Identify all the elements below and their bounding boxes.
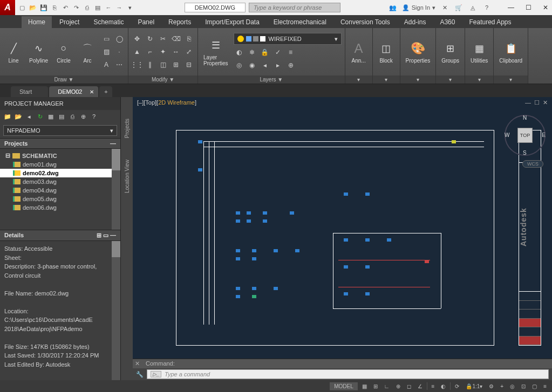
help-search-input[interactable] <box>249 3 340 12</box>
tree-file-demo06[interactable]: demo06.dwg <box>0 203 120 212</box>
modify-more2-icon[interactable]: ⊞ <box>171 59 181 70</box>
annotation-button[interactable]: AAnn... <box>349 39 369 65</box>
arc-button[interactable]: ⌒Arc <box>77 39 98 65</box>
scrollbar-thumb[interactable] <box>112 241 120 257</box>
vtab-location[interactable]: Location View <box>124 160 130 193</box>
layer-prev-icon[interactable]: ◂ <box>260 60 270 71</box>
copy-icon[interactable]: ⎘ <box>183 33 194 44</box>
draw-more-icon[interactable]: ⋯ <box>114 59 125 70</box>
explode-icon[interactable]: ✦ <box>158 46 168 57</box>
pm-prev-icon[interactable]: ◂ <box>25 112 33 121</box>
project-select[interactable]: NFPADEMO▾ <box>3 125 117 136</box>
annoscale-button[interactable]: 🔒 1:1 ▾ <box>464 382 485 390</box>
tab-a360[interactable]: A360 <box>433 16 461 28</box>
tab-home[interactable]: Home <box>22 16 52 28</box>
open-icon[interactable]: 📂 <box>28 3 38 12</box>
scrollbar-thumb[interactable] <box>112 149 120 170</box>
save-icon[interactable]: 💾 <box>39 3 49 12</box>
modify-more3-icon[interactable]: ⊟ <box>183 59 194 70</box>
groups-drop[interactable]: ▾ <box>436 75 465 84</box>
hardware-icon[interactable]: ⊡ <box>519 382 528 390</box>
undo-icon[interactable]: ↶ <box>60 3 70 12</box>
pm-help-icon[interactable]: ? <box>90 112 98 121</box>
vp-min-icon[interactable]: — <box>525 99 531 106</box>
pm-zip-icon[interactable]: ⊕ <box>79 112 87 121</box>
array-icon[interactable]: ⋮⋮ <box>132 59 142 70</box>
pm-plot-icon[interactable]: ⎙ <box>68 112 77 121</box>
otrack-icon[interactable]: ∠ <box>415 382 425 390</box>
workspace-icon[interactable]: ⚙ <box>487 382 496 390</box>
mirror-icon[interactable]: ▲ <box>132 46 142 57</box>
doc-tab-start[interactable]: Start <box>11 86 48 97</box>
line-button[interactable]: ╱Line <box>3 39 24 65</box>
layer-make-icon[interactable]: ✓ <box>272 47 283 58</box>
command-input[interactable]: ▷_ Type a command <box>147 369 549 379</box>
vp-close-icon[interactable]: ✕ <box>543 99 548 106</box>
draw-rect-icon[interactable]: ▭ <box>101 33 112 44</box>
scale-icon[interactable]: ⤢ <box>183 46 194 57</box>
compass-e[interactable]: E <box>542 132 546 138</box>
view-controls[interactable]: [–][Top][ <box>137 99 158 106</box>
tab-addins[interactable]: Add-ins <box>398 16 433 28</box>
block-button[interactable]: ◫Block <box>376 39 397 65</box>
cmd-customize-icon[interactable]: 🔧 <box>136 371 144 378</box>
pm-new-icon[interactable]: 📁 <box>3 112 12 121</box>
util-drop[interactable]: ▾ <box>465 75 493 84</box>
snap-icon[interactable]: ⊞ <box>371 382 380 390</box>
lineweight-icon[interactable]: ≡ <box>430 382 437 390</box>
draw-point-icon[interactable]: · <box>114 46 125 57</box>
circle-button[interactable]: ○Circle <box>53 39 74 65</box>
tab-panel[interactable]: Panel <box>131 16 161 28</box>
tab-electromechanical[interactable]: Electromechanical <box>267 16 333 28</box>
vtab-projects[interactable]: Projects <box>124 119 130 138</box>
tree-file-demo01[interactable]: demo01.dwg <box>0 160 120 169</box>
stretch-icon[interactable]: ↔ <box>171 46 181 57</box>
draw-ellipse-icon[interactable]: ◯ <box>114 33 125 44</box>
grid-icon[interactable]: ▦ <box>360 382 369 390</box>
exchange-icon[interactable]: ✕ <box>440 3 449 12</box>
tab-conversion[interactable]: Conversion Tools <box>334 16 397 28</box>
view-cube[interactable]: TOP N S E W <box>505 115 546 156</box>
details-scrollbar[interactable] <box>112 241 120 380</box>
layer-uniso-icon[interactable]: ◉ <box>247 60 257 71</box>
polar-icon[interactable]: ⊕ <box>394 382 403 390</box>
tree-root-schematic[interactable]: ⊟SCHEMATIC <box>0 151 120 160</box>
draw-text-icon[interactable]: A <box>101 59 112 70</box>
tree-scrollbar[interactable] <box>112 149 120 230</box>
sign-in-link[interactable]: 👤 Sign In ▾ <box>402 4 435 11</box>
osnap-icon[interactable]: ◻ <box>405 382 413 390</box>
layer-walk-icon[interactable]: ▸ <box>272 60 283 71</box>
pm-task-icon[interactable]: ▦ <box>46 112 55 121</box>
cmd-close-icon[interactable]: ✕ <box>135 360 140 367</box>
vp-max-icon[interactable]: ☐ <box>534 99 540 106</box>
infocenter-icon[interactable]: 👥 <box>388 3 398 12</box>
wcs-badge[interactable]: WCS <box>522 160 543 168</box>
layer-state-icon[interactable]: ⊕ <box>285 60 296 71</box>
block-drop[interactable]: ▾ <box>373 75 400 84</box>
tab-project[interactable]: Project <box>53 16 86 28</box>
customize-status-icon[interactable]: ≡ <box>541 382 549 390</box>
draw-hatch-icon[interactable]: ▨ <box>101 46 112 57</box>
model-space-button[interactable]: MODEL <box>330 382 358 390</box>
tree-file-demo02[interactable]: demo02.dwg <box>0 169 120 177</box>
print-icon[interactable]: ⎙ <box>82 3 92 12</box>
pm-refresh-icon[interactable]: ↻ <box>36 112 44 121</box>
add-tab-button[interactable]: + <box>99 86 112 97</box>
tree-file-demo05[interactable]: demo05.dwg <box>0 195 120 203</box>
fillet-icon[interactable]: ⌐ <box>145 46 155 57</box>
close-button[interactable]: ✕ <box>541 3 550 12</box>
modify-group-label[interactable]: Modify ▼ <box>128 75 197 84</box>
layer-lock-icon[interactable]: 🔒 <box>260 47 270 58</box>
layer-properties-button[interactable]: ☰Layer Properties <box>201 36 230 67</box>
tree-file-demo03[interactable]: demo03.dwg <box>0 177 120 186</box>
layers-group-label[interactable]: Layers ▼ <box>198 75 345 84</box>
annomonitor-icon[interactable]: + <box>498 382 506 390</box>
plot-icon[interactable]: ▤ <box>93 3 103 12</box>
erase-icon[interactable]: ⌫ <box>171 33 181 44</box>
details-controls[interactable]: ⊞ ▭ — <box>97 232 116 239</box>
ann-drop[interactable]: ▾ <box>345 75 372 84</box>
move-icon[interactable]: ✥ <box>132 33 142 44</box>
visual-style[interactable]: 2D Wireframe <box>158 99 195 106</box>
rotate-icon[interactable]: ↻ <box>145 33 155 44</box>
transparency-icon[interactable]: ◐ <box>439 382 448 390</box>
